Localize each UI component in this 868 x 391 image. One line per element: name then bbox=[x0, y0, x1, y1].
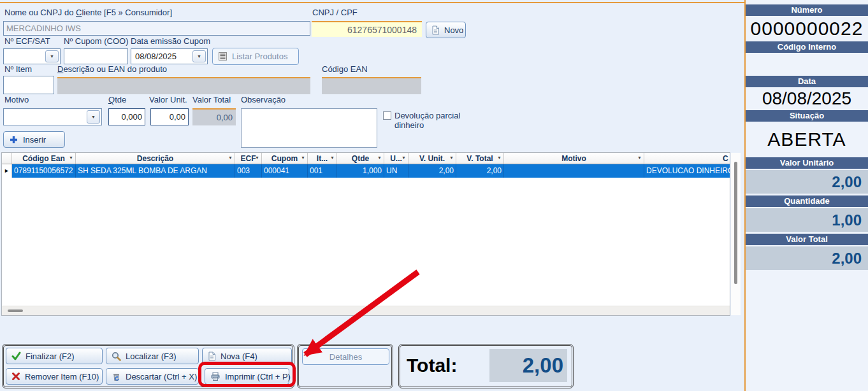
data-emissao-value: 08/08/2025 bbox=[135, 49, 177, 64]
cupom-coo-input[interactable] bbox=[64, 48, 128, 64]
listar-produtos-label: Listar Produtos bbox=[232, 52, 287, 61]
row-selector-icon: ► bbox=[2, 164, 12, 178]
col-header-v-total[interactable]: V. Total▼ bbox=[456, 153, 504, 164]
descartar-label: Descartar (Ctrl + X) bbox=[126, 372, 197, 381]
chevron-down-icon[interactable]: ▼ bbox=[255, 155, 259, 160]
cell-item: 001 bbox=[308, 164, 337, 178]
remover-item-button[interactable]: Remover Item (F10) bbox=[6, 368, 103, 385]
col-header-ecf[interactable]: ECF▼ bbox=[235, 153, 262, 164]
listar-produtos-button[interactable]: Listar Produtos bbox=[212, 48, 299, 65]
remover-item-label: Remover Item (F10) bbox=[25, 372, 99, 381]
ecf-sat-label: Nº ECF/SAT bbox=[4, 36, 50, 46]
data-emissao-picker[interactable]: 08/08/2025 ▼ bbox=[131, 48, 208, 64]
chevron-down-icon[interactable]: ▼ bbox=[87, 110, 100, 124]
imprimir-label: Imprimir (Ctrl + P) bbox=[225, 372, 291, 381]
cell-qtde: 1,000 bbox=[337, 164, 384, 178]
cnpj-cpf-label: CNPJ / CPF bbox=[312, 8, 358, 17]
new-document-icon bbox=[208, 352, 216, 361]
codigo-interno-value bbox=[746, 54, 868, 75]
summary-sidebar: Número 0000000022 Código Interno Data 08… bbox=[744, 0, 868, 391]
chevron-down-icon[interactable]: ▼ bbox=[637, 155, 642, 160]
nova-button[interactable]: Nova (F4) bbox=[202, 348, 292, 364]
col-header-extra[interactable]: C bbox=[644, 153, 730, 164]
col-header-cupom[interactable]: Cupom▼ bbox=[262, 153, 308, 164]
data-emissao-label: Data emissão Cupom bbox=[131, 36, 210, 46]
col-header-un[interactable]: U...▼ bbox=[384, 153, 409, 164]
vertical-scrollbar[interactable] bbox=[731, 153, 741, 315]
col-header-descricao[interactable]: Descrição▼ bbox=[76, 153, 235, 164]
printer-icon bbox=[210, 372, 221, 381]
new-document-icon bbox=[431, 25, 440, 35]
observacao-label: Observação bbox=[241, 95, 286, 104]
motivo-combo[interactable]: ▼ bbox=[3, 108, 102, 125]
chevron-down-icon[interactable]: ▼ bbox=[377, 155, 382, 160]
scrollbar-thumb[interactable] bbox=[8, 309, 23, 312]
col-header-codigo-ean[interactable]: Código Ean▼ bbox=[12, 153, 76, 164]
localizar-button[interactable]: Localizar (F3) bbox=[106, 348, 199, 364]
chevron-down-icon[interactable]: ▼ bbox=[45, 50, 59, 62]
cupom-coo-label: Nº Cupom (COO) bbox=[64, 36, 129, 46]
chevron-down-icon[interactable]: ▼ bbox=[449, 155, 454, 160]
chevron-down-icon[interactable]: ▼ bbox=[228, 155, 233, 160]
valor-total-value: 2,00 bbox=[746, 246, 868, 270]
cnpj-cpf-input[interactable] bbox=[312, 21, 422, 37]
devolucao-window: Nome ou CNPJ do Cliente [F5 » Consumidor… bbox=[0, 0, 868, 391]
col-header-v-unit[interactable]: V. Unit.▼ bbox=[409, 153, 456, 164]
descartar-button[interactable]: Descartar (Ctrl + X) bbox=[106, 368, 199, 385]
valor-total-header: Valor Total bbox=[746, 234, 868, 245]
scrollbar-thumb[interactable] bbox=[734, 162, 737, 284]
valor-total-input[interactable] bbox=[192, 108, 236, 125]
remove-x-icon bbox=[11, 372, 20, 381]
chevron-down-icon[interactable]: ▼ bbox=[69, 155, 73, 160]
detalhes-panel: Detalhes bbox=[297, 344, 393, 388]
top-accent-line bbox=[0, 2, 868, 3]
chevron-down-icon[interactable]: ▼ bbox=[497, 155, 502, 160]
data-value: 08/08/2025 bbox=[746, 89, 868, 109]
finalizar-label: Finalizar (F2) bbox=[25, 352, 75, 361]
horizontal-scrollbar[interactable] bbox=[2, 306, 730, 315]
ecf-sat-combo[interactable]: ▼ bbox=[3, 48, 61, 64]
total-label: Total: bbox=[407, 345, 457, 387]
novo-button[interactable]: Novo bbox=[426, 22, 466, 38]
col-header-selector bbox=[2, 153, 12, 164]
n-item-input[interactable] bbox=[3, 76, 54, 94]
valor-unitario-value: 2,00 bbox=[746, 170, 868, 194]
codigo-ean-label: Código EAN bbox=[322, 64, 368, 74]
search-icon bbox=[112, 352, 121, 361]
codigo-interno-header: Código Interno bbox=[746, 41, 868, 53]
cell-descricao: SH SEDA 325ML BOMBA DE ARGAN bbox=[76, 164, 235, 178]
valor-unit-label: Valor Unit. bbox=[149, 95, 187, 104]
total-panel: Total: 2,00 bbox=[398, 344, 574, 388]
quantidade-header: Quantidade bbox=[746, 195, 868, 207]
descricao-ean-input[interactable] bbox=[57, 77, 310, 94]
inserir-button-label: Inserir bbox=[23, 135, 46, 145]
cell-extra: DEVOLUCAO DINHEIRO bbox=[644, 164, 730, 178]
cell-cupom: 000041 bbox=[262, 164, 308, 178]
finalizar-button[interactable]: Finalizar (F2) bbox=[6, 348, 103, 364]
cell-v-total: 2,00 bbox=[456, 164, 504, 178]
chevron-down-icon[interactable]: ▼ bbox=[401, 155, 406, 160]
observacao-textarea[interactable] bbox=[241, 108, 377, 148]
codigo-ean-input[interactable] bbox=[322, 77, 421, 94]
chevron-down-icon[interactable]: ▼ bbox=[301, 155, 305, 160]
valor-unit-input[interactable] bbox=[150, 108, 189, 125]
col-header-item[interactable]: It...▼ bbox=[308, 153, 337, 164]
situacao-header: Situação bbox=[746, 110, 868, 122]
check-icon bbox=[11, 352, 21, 360]
col-header-motivo[interactable]: Motivo▼ bbox=[504, 153, 644, 164]
cliente-input[interactable] bbox=[3, 21, 310, 36]
inserir-button[interactable]: Inserir bbox=[3, 131, 65, 148]
imprimir-button[interactable]: Imprimir (Ctrl + P) bbox=[205, 368, 289, 385]
localizar-label: Localizar (F3) bbox=[126, 352, 176, 361]
numero-header: Número bbox=[746, 4, 868, 16]
grid-header-row: Código Ean▼ Descrição▼ ECF▼ Cupom▼ It...… bbox=[2, 153, 730, 164]
table-row[interactable]: ► 07891150056572 SH SEDA 325ML BOMBA DE … bbox=[2, 164, 730, 178]
list-icon bbox=[218, 52, 228, 61]
detalhes-button[interactable]: Detalhes bbox=[302, 348, 389, 365]
chevron-down-icon[interactable]: ▼ bbox=[330, 155, 335, 160]
devolucao-parcial-checkbox[interactable] bbox=[383, 111, 391, 120]
qtde-label: Qtde bbox=[108, 95, 126, 104]
qtde-input[interactable] bbox=[108, 108, 145, 125]
col-header-qtde[interactable]: Qtde▼ bbox=[337, 153, 384, 164]
chevron-down-icon[interactable]: ▼ bbox=[192, 50, 206, 62]
